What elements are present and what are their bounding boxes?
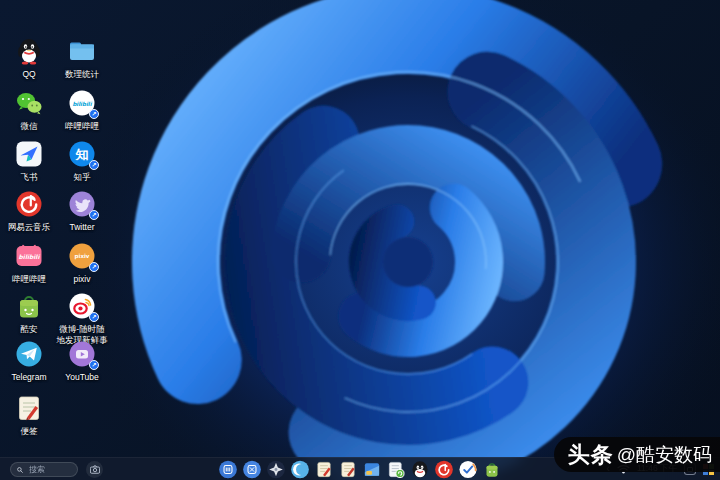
telegram-icon: [14, 339, 44, 369]
desktop-icon-label: 哔哩哔哩: [56, 121, 108, 132]
desktop-icon-bilibili-app[interactable]: bilibili 哔哩哔哩: [3, 241, 55, 285]
browser-icon[interactable]: [291, 460, 310, 479]
desktop-icon-sticky-note[interactable]: 便签: [3, 393, 55, 437]
shortcut-badge-icon: ↗: [89, 160, 99, 170]
desktop-icon-twitter[interactable]: ↗ Twitter: [56, 189, 108, 233]
security-center-icon[interactable]: [267, 460, 286, 479]
watermark-brand: 头条: [568, 440, 614, 470]
pixiv-icon: pixiv ↗: [67, 241, 97, 271]
desktop-icon-folder[interactable]: 数理统计: [56, 36, 108, 80]
desktop: QQ 微信 飞书: [0, 0, 720, 480]
youtube-icon: ↗: [67, 339, 97, 369]
desktop-icon-label: 微信: [3, 121, 55, 132]
shortcut-badge-icon: ↗: [89, 109, 99, 119]
desktop-icon-label: QQ: [3, 69, 55, 80]
svg-text:bilibili: bilibili: [19, 253, 41, 260]
desktop-icon-pixiv[interactable]: pixiv ↗ pixiv: [56, 241, 108, 285]
desktop-icon-coolapk[interactable]: 酷安: [3, 291, 55, 335]
desktop-icon-label: 便签: [3, 426, 55, 437]
desktop-icon-youtube[interactable]: ↗ YouTube: [56, 339, 108, 383]
weibo-icon: ↗: [67, 291, 97, 321]
wallpaper-bloom: [0, 0, 720, 480]
task-view-icon[interactable]: [243, 460, 262, 479]
desktop-icon-zhihu[interactable]: 知 ↗ 知乎: [56, 139, 108, 183]
desktop-icon-bilibili-web[interactable]: bilibili ↗ 哔哩哔哩: [56, 88, 108, 132]
feishu-icon: [14, 139, 44, 169]
desktop-icon-label: 飞书: [3, 172, 55, 183]
svg-text:pixiv: pixiv: [75, 253, 90, 260]
desktop-icon-label: pixiv: [56, 274, 108, 285]
desktop-icon-label: 知乎: [56, 172, 108, 183]
shortcut-badge-icon: ↗: [89, 360, 99, 370]
search-input[interactable]: [27, 464, 71, 475]
desktop-icon-qq[interactable]: QQ: [3, 36, 55, 80]
desktop-icon-weibo[interactable]: ↗ 微博-随时随地发现新鲜事: [56, 291, 108, 345]
shortcut-badge-icon: ↗: [89, 262, 99, 272]
desktop-icon-feishu[interactable]: 飞书: [3, 139, 55, 183]
magnifier-icon: [17, 466, 23, 474]
sticky-note-icon: [14, 393, 44, 423]
netease-music-icon: [14, 189, 44, 219]
todo-check-icon[interactable]: [459, 460, 478, 479]
search-box[interactable]: [10, 462, 78, 477]
shortcut-badge-icon: ↗: [89, 210, 99, 220]
desktop-icon-label: 酷安: [3, 324, 55, 335]
camera-button[interactable]: [86, 461, 103, 478]
watermark: 头条 @酷安数码: [554, 437, 720, 472]
watermark-handle: @酷安数码: [617, 442, 712, 468]
desktop-icon-label: 网易云音乐: [3, 222, 55, 233]
twitter-icon: ↗: [67, 189, 97, 219]
desktop-icon-netease-music[interactable]: 网易云音乐: [3, 189, 55, 233]
bilibili-pink-icon: bilibili: [14, 241, 44, 271]
svg-text:知: 知: [75, 147, 89, 162]
desktop-icon-label: YouTube: [56, 372, 108, 383]
file-manager-icon[interactable]: [363, 460, 382, 479]
desktop-icon-label: 哔哩哔哩: [3, 274, 55, 285]
svg-text:bilibili: bilibili: [72, 101, 92, 107]
desktop-icon-wechat[interactable]: 微信: [3, 88, 55, 132]
bilibili-circle-icon: bilibili ↗: [67, 88, 97, 118]
qq-taskbar-icon[interactable]: [411, 460, 430, 479]
folder-icon: [67, 36, 97, 66]
desktop-icon-label: Telegram: [3, 372, 55, 383]
camera-icon: [90, 465, 100, 474]
coolapk-icon: [14, 291, 44, 321]
text-editor-icon[interactable]: [315, 460, 334, 479]
desktop-icon-telegram[interactable]: Telegram: [3, 339, 55, 383]
coolapk-store-icon[interactable]: [483, 460, 502, 479]
desktop-icon-label: Twitter: [56, 222, 108, 233]
wechat-icon: [14, 88, 44, 118]
zhihu-icon: 知 ↗: [67, 139, 97, 169]
software-update-icon[interactable]: [387, 460, 406, 479]
shortcut-badge-icon: ↗: [89, 312, 99, 322]
qq-icon: [14, 36, 44, 66]
netease-music-taskbar-icon[interactable]: [435, 460, 454, 479]
desktop-icon-label: 数理统计: [56, 69, 108, 80]
launcher-icon[interactable]: [219, 460, 238, 479]
taskbar-center-icons: [219, 460, 502, 479]
text-document-icon[interactable]: [339, 460, 358, 479]
